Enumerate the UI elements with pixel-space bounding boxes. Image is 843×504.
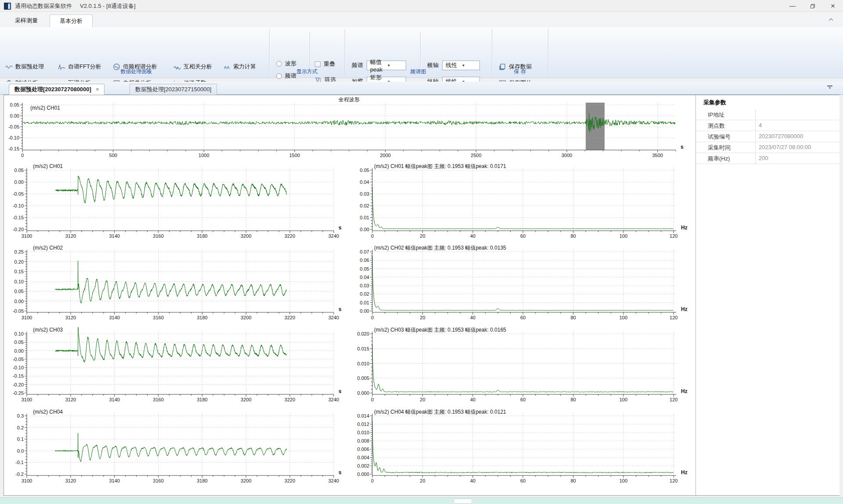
restore-button[interactable] <box>803 0 823 12</box>
svg-text:0.02: 0.02 <box>360 203 369 208</box>
radio-icon <box>276 61 282 67</box>
svg-text:0.05: 0.05 <box>360 168 369 173</box>
svg-text:500: 500 <box>109 153 117 158</box>
svg-text:3100: 3100 <box>22 478 32 483</box>
svg-text:(m/s2) CH01 幅值peak图 主频: 0.1953: (m/s2) CH01 幅值peak图 主频: 0.1953 幅值peak: 0… <box>374 164 506 169</box>
svg-text:0.015: 0.015 <box>357 346 369 351</box>
svg-text:40: 40 <box>470 397 476 402</box>
svg-text:s: s <box>339 469 342 475</box>
svg-text:0.03: 0.03 <box>360 191 369 197</box>
svg-text:3100: 3100 <box>22 233 32 239</box>
svg-text:3200: 3200 <box>241 478 251 483</box>
close-button[interactable]: × <box>823 0 843 12</box>
svg-text:0.20: 0.20 <box>14 259 24 265</box>
svg-text:3140: 3140 <box>109 478 119 483</box>
content-area: 05001000150020002500300035000.050.00-0.0… <box>4 95 839 496</box>
close-tab-icon[interactable]: × <box>96 84 99 95</box>
svg-text:3240: 3240 <box>328 315 339 320</box>
svg-text:0.02: 0.02 <box>360 291 369 297</box>
svg-text:120: 120 <box>670 233 677 239</box>
svg-text:0.05: 0.05 <box>10 102 19 107</box>
svg-text:3200: 3200 <box>241 397 251 402</box>
doc-tab-2[interactable]: 数据预处理[20230727150000] <box>130 84 217 95</box>
svg-text:-0.2: -0.2 <box>15 472 24 477</box>
svg-text:3160: 3160 <box>153 315 163 320</box>
ch04-spectrum-chart[interactable]: 0204060801001200.0140.0120.0100.0080.006… <box>345 409 694 490</box>
svg-text:80: 80 <box>570 315 576 320</box>
svg-text:(m/s2) CH02: (m/s2) CH02 <box>33 245 63 251</box>
svg-text:0.020: 0.020 <box>357 331 369 336</box>
svg-text:0.01: 0.01 <box>360 215 369 220</box>
svg-text:-0.1: -0.1 <box>15 460 24 465</box>
svg-text:2500: 2500 <box>471 153 481 158</box>
svg-text:3140: 3140 <box>109 315 119 320</box>
svg-text:0.00: 0.00 <box>360 227 369 232</box>
svg-text:3240: 3240 <box>328 478 339 483</box>
svg-text:0.04: 0.04 <box>360 179 369 185</box>
status-chip <box>454 499 472 504</box>
radio-waveform[interactable]: 波形 <box>276 60 296 67</box>
tab-basic-analysis[interactable]: 基本分析 <box>50 14 93 27</box>
svg-text:0.010: 0.010 <box>357 361 369 366</box>
svg-text:0.2: 0.2 <box>17 425 24 430</box>
svg-text:3160: 3160 <box>153 233 163 239</box>
svg-text:0: 0 <box>371 397 374 402</box>
svg-text:3120: 3120 <box>65 233 76 239</box>
title-bar: 通用动态数据采集软件 V2.0.1.5 - [8通道设备] — × <box>0 0 843 12</box>
svg-text:3200: 3200 <box>241 315 251 320</box>
svg-text:-0.20: -0.20 <box>13 227 24 232</box>
ch03-waveform-chart[interactable]: 310031203140316031803200322032400.100.05… <box>4 327 342 409</box>
svg-text:80: 80 <box>570 478 576 483</box>
window-title: 通用动态数据采集软件 V2.0.1.5 - [8通道设备] <box>15 2 136 10</box>
svg-text:-0.05: -0.05 <box>8 124 19 129</box>
overlay-checkbox[interactable]: 重叠 <box>315 61 335 68</box>
param-row-frequency: 频率(Hz) 200 <box>696 153 839 164</box>
ch03-spectrum-chart[interactable]: 0204060801001200.0200.0150.0100.0050.000… <box>345 327 694 409</box>
svg-text:0.014: 0.014 <box>357 413 369 418</box>
version-title: V2.0.1.5 - [8通道设备] <box>80 3 135 9</box>
doc-tab-1[interactable]: 数据预处理[20230727080000]× <box>9 84 104 95</box>
svg-text:(m/s2) CH01: (m/s2) CH01 <box>30 105 60 111</box>
svg-text:-0.25: -0.25 <box>13 390 24 396</box>
svg-text:0.004: 0.004 <box>357 455 369 460</box>
svg-text:(m/s2) CH02 幅值peak图 主频: 0.1953: (m/s2) CH02 幅值peak图 主频: 0.1953 幅值peak: 0… <box>374 245 506 251</box>
tab-sampling[interactable]: 采样测量 <box>5 14 47 27</box>
svg-text:-0.05: -0.05 <box>13 191 24 197</box>
svg-text:3100: 3100 <box>22 397 32 402</box>
group-label-display: 显示方式 <box>269 68 345 75</box>
chevron-down-icon: ▼ <box>387 64 404 68</box>
overview-waveform-chart[interactable]: 05001000150020002500300035000.050.00-0.0… <box>4 97 692 164</box>
svg-text:0.006: 0.006 <box>357 447 369 452</box>
svg-text:0.06: 0.06 <box>360 257 369 263</box>
svg-text:3000: 3000 <box>562 153 572 158</box>
ch02-spectrum-chart[interactable]: 0204060801001200.070.060.050.040.030.020… <box>345 245 694 327</box>
svg-text:-0.15: -0.15 <box>8 146 19 151</box>
svg-text:3500: 3500 <box>652 153 663 158</box>
ch04-waveform-chart[interactable]: 310031203140316031803200322032400.30.20.… <box>4 409 342 490</box>
svg-text:0: 0 <box>371 233 374 239</box>
svg-text:0.008: 0.008 <box>357 438 369 443</box>
collapse-ribbon-icon[interactable] <box>829 18 833 22</box>
svg-text:0.01: 0.01 <box>360 300 369 305</box>
app-logo-icon <box>4 3 11 10</box>
svg-text:120: 120 <box>670 397 677 402</box>
acquisition-params-panel: 采集参数 IP地址 测点数 4 试验编号 20230727080000 采集时间… <box>695 95 839 495</box>
svg-text:0.10: 0.10 <box>14 279 24 284</box>
ch01-spectrum-chart[interactable]: 0204060801001200.050.040.030.020.010.00(… <box>345 164 694 245</box>
svg-text:3220: 3220 <box>285 478 295 483</box>
tab-overflow-icon[interactable]: ▼ <box>827 86 832 89</box>
svg-text:0.07: 0.07 <box>360 249 369 254</box>
ch01-waveform-chart[interactable]: 310031203140316031803200322032400.050.00… <box>4 164 342 245</box>
params-title: 采集参数 <box>703 99 839 107</box>
svg-text:-0.05: -0.05 <box>13 308 24 314</box>
svg-text:3180: 3180 <box>197 233 207 239</box>
ch02-waveform-chart[interactable]: 310031203140316031803200322032400.250.20… <box>4 245 342 327</box>
svg-text:-0.10: -0.10 <box>13 203 24 208</box>
svg-text:0.05: 0.05 <box>14 340 24 345</box>
svg-text:3180: 3180 <box>197 315 207 320</box>
svg-text:0.25: 0.25 <box>14 249 24 254</box>
minimize-button[interactable]: — <box>782 0 803 12</box>
svg-text:3100: 3100 <box>22 315 32 320</box>
svg-text:3140: 3140 <box>109 233 119 239</box>
document-tab-strip: 数据预处理[20230727080000]× 数据预处理[20230727150… <box>0 82 843 95</box>
